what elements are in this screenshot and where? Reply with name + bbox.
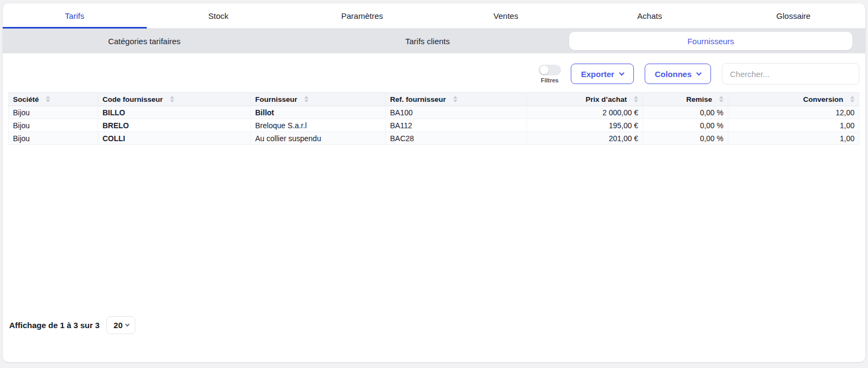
subnav-label: Catégories tarifaires: [108, 37, 180, 46]
chevron-down-icon: [619, 70, 624, 75]
cell-code-fournisseur: BILLO: [98, 106, 251, 119]
main-panel: Tarifs Stock Paramètres Ventes Achats Gl…: [3, 3, 865, 362]
tab-parametres[interactable]: Paramètres: [290, 3, 434, 28]
subnav-label: Fournisseurs: [687, 37, 734, 46]
cell-prix-achat: 201,00 €: [527, 132, 643, 145]
cell-societe: Bijou: [9, 106, 98, 119]
sort-icon: [453, 96, 457, 102]
subnav-item-fournisseurs[interactable]: Fournisseurs: [569, 29, 865, 53]
pagination: Affichage de 1 à 3 sur 3 20: [3, 316, 865, 334]
column-header-remise[interactable]: Remise: [643, 93, 728, 106]
table-row[interactable]: Bijou BILLO Billot BA100 2 000,00 € 0,00…: [9, 106, 859, 119]
tab-glossaire[interactable]: Glossaire: [722, 3, 866, 28]
cell-ref-fournisseur: BA112: [386, 119, 527, 132]
tab-tarifs[interactable]: Tarifs: [3, 3, 147, 28]
tab-stock[interactable]: Stock: [147, 3, 291, 28]
tab-label: Stock: [208, 11, 229, 20]
cell-prix-achat: 195,00 €: [527, 119, 643, 132]
suppliers-table-container: Société Code fournisseur Fournisseur Ref…: [8, 92, 859, 145]
column-header-label: Société: [13, 95, 39, 103]
cell-ref-fournisseur: BA100: [386, 106, 527, 119]
tab-ventes[interactable]: Ventes: [434, 3, 578, 28]
sort-icon: [634, 96, 638, 102]
subnav-active-pill: Fournisseurs: [569, 32, 852, 50]
table-header-row: Société Code fournisseur Fournisseur Ref…: [9, 93, 859, 106]
tab-label: Glossaire: [776, 11, 810, 20]
column-header-prix-achat[interactable]: Prix d’achat: [527, 93, 643, 106]
column-header-code-fournisseur[interactable]: Code fournisseur: [98, 93, 251, 106]
subnav-label: Tarifs clients: [405, 37, 450, 46]
cell-code-fournisseur: BRELO: [98, 119, 251, 132]
page-size-value: 20: [114, 321, 123, 330]
pagination-summary: Affichage de 1 à 3 sur 3: [9, 321, 100, 330]
sort-icon: [719, 96, 723, 102]
column-header-label: Ref. fournisseur: [390, 95, 446, 103]
cell-fournisseur: Au collier suspendu: [251, 132, 386, 145]
column-header-fournisseur[interactable]: Fournisseur: [251, 93, 386, 106]
filters-block: Filtres: [538, 65, 561, 84]
sort-icon: [304, 96, 309, 102]
toolbar: Filtres Exporter Colonnes: [3, 53, 865, 92]
subnav: Catégories tarifaires Tarifs clients Fou…: [3, 29, 865, 53]
export-button[interactable]: Exporter: [571, 64, 634, 84]
sort-icon: [46, 96, 50, 102]
cell-remise: 0,00 %: [643, 119, 728, 132]
table-row[interactable]: Bijou BRELO Breloque S.a.r.l BA112 195,0…: [9, 119, 859, 132]
cell-fournisseur: Breloque S.a.r.l: [251, 119, 386, 132]
column-header-societe[interactable]: Société: [9, 93, 98, 106]
cell-remise: 0,00 %: [643, 132, 728, 145]
cell-prix-achat: 2 000,00 €: [527, 106, 643, 119]
cell-code-fournisseur: COLLI: [98, 132, 251, 145]
subnav-item-categories-tarifaires[interactable]: Catégories tarifaires: [3, 29, 286, 53]
cell-societe: Bijou: [9, 119, 98, 132]
search-input[interactable]: [722, 63, 859, 85]
toggle-knob-icon: [540, 66, 549, 74]
cell-conversion: 1,00: [728, 119, 859, 132]
column-header-ref-fournisseur[interactable]: Ref. fournisseur: [386, 93, 527, 106]
sort-icon: [850, 96, 855, 102]
cell-fournisseur: Billot: [251, 106, 386, 119]
suppliers-table: Société Code fournisseur Fournisseur Ref…: [8, 92, 859, 145]
table-row[interactable]: Bijou COLLI Au collier suspendu BAC28 20…: [9, 132, 859, 145]
column-header-label: Fournisseur: [255, 95, 297, 103]
cell-conversion: 1,00: [728, 132, 859, 145]
columns-button[interactable]: Colonnes: [645, 64, 711, 84]
subnav-item-tarifs-clients[interactable]: Tarifs clients: [286, 29, 569, 53]
content-spacer: [3, 145, 865, 316]
column-header-label: Code fournisseur: [102, 95, 163, 103]
column-header-conversion[interactable]: Conversion: [728, 93, 859, 106]
cell-conversion: 12,00: [728, 106, 859, 119]
main-tabbar: Tarifs Stock Paramètres Ventes Achats Gl…: [3, 3, 865, 29]
column-header-label: Conversion: [803, 95, 843, 103]
chevron-down-icon: [125, 322, 129, 327]
column-header-label: Remise: [686, 95, 712, 103]
column-header-label: Prix d’achat: [585, 95, 627, 103]
filters-toggle[interactable]: [538, 65, 561, 75]
tab-achats[interactable]: Achats: [578, 3, 722, 28]
columns-button-label: Colonnes: [655, 70, 692, 79]
tab-label: Achats: [637, 11, 662, 20]
tab-label: Paramètres: [341, 11, 383, 20]
cell-remise: 0,00 %: [643, 106, 728, 119]
tab-label: Ventes: [494, 11, 518, 20]
export-button-label: Exporter: [581, 70, 614, 79]
filters-label: Filtres: [541, 77, 558, 84]
cell-ref-fournisseur: BAC28: [386, 132, 527, 145]
chevron-down-icon: [696, 70, 702, 75]
tab-label: Tarifs: [65, 11, 84, 20]
cell-societe: Bijou: [9, 132, 98, 145]
sort-icon: [170, 96, 174, 102]
page-size-select[interactable]: 20: [106, 316, 136, 334]
